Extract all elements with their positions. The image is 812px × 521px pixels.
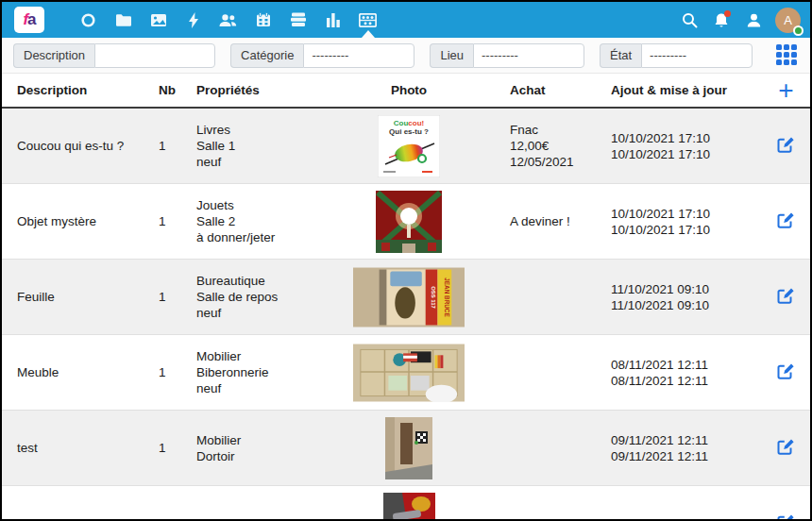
- svg-text:JEAN BRUCE: JEAN BRUCE: [444, 277, 450, 316]
- col-header-description: Description: [17, 83, 159, 97]
- item-photo-coucou[interactable]: Coucou! Qui es-tu ?: [378, 115, 440, 177]
- svg-text:Qui es-tu ?: Qui es-tu ?: [389, 127, 429, 136]
- description-filter-input[interactable]: [94, 43, 215, 68]
- row-proprietes: Bureautique Salle de repos neuf: [196, 273, 353, 321]
- row-proprietes: Mobilier Biberonnerie neuf: [196, 348, 353, 396]
- row-description: Coucou qui es-tu ?: [17, 139, 159, 153]
- row-nb: 1: [159, 290, 196, 304]
- row-dates: 11/10/2021 09:10 11/10/2021 09:10: [611, 281, 762, 313]
- row-achat: Fnac 12,00€ 12/05/2021: [510, 122, 611, 170]
- filter-bar: Description Catégorie --------- Lieu ---…: [2, 38, 810, 74]
- row-description: Feuille: [17, 290, 159, 304]
- row-dates: 09/11/2021 12:11 09/11/2021 12:11: [611, 432, 762, 464]
- table-row: Meuble 1 Mobilier Biberonnerie neuf 08/1…: [2, 335, 810, 411]
- edit-button[interactable]: [775, 285, 797, 310]
- svg-text:OSS 117: OSS 117: [431, 286, 436, 309]
- row-description: test: [17, 441, 159, 455]
- circle-icon[interactable]: [71, 2, 106, 38]
- edit-button[interactable]: [775, 134, 797, 159]
- user-icon[interactable]: [737, 2, 770, 38]
- item-photo-feuille[interactable]: OSS 117 JEAN BRUCE: [353, 267, 465, 328]
- table-row: test 1 Mobilier Dortoir 09/11/2021 12:11…: [2, 411, 810, 486]
- bar-chart-icon[interactable]: [315, 2, 350, 38]
- calendar-icon[interactable]: [245, 2, 280, 38]
- row-proprietes: Jouets Salle 2 à donner/jeter: [196, 197, 353, 245]
- categorie-select[interactable]: ---------: [303, 43, 414, 68]
- col-header-nb: Nb: [159, 83, 196, 97]
- col-header-photo: Photo: [353, 83, 465, 97]
- row-dates: 10/10/2021 17:10 10/10/2021 17:10: [611, 130, 762, 162]
- row-description: Meuble: [17, 365, 159, 379]
- categorie-filter-group: Catégorie ---------: [230, 43, 414, 68]
- item-photo-test[interactable]: [385, 417, 432, 479]
- topbar-right: A: [673, 2, 801, 38]
- categorie-filter-label: Catégorie: [230, 43, 303, 68]
- avatar-letter: A: [784, 13, 792, 27]
- description-filter-group: Description: [13, 43, 215, 68]
- edit-button[interactable]: [775, 436, 797, 461]
- row-dates: 08/11/2021 12:11 08/11/2021 12:11: [611, 357, 762, 389]
- row-nb: 1: [159, 139, 196, 153]
- table-row: Mobilier 09/11/2021 19:11: [2, 486, 810, 521]
- folder-icon[interactable]: [106, 2, 141, 38]
- lieu-select[interactable]: ---------: [473, 43, 584, 68]
- inventory-icon[interactable]: [350, 2, 385, 38]
- etat-filter-label: État: [600, 43, 641, 68]
- table-row: Feuille 1 Bureautique Salle de repos neu…: [2, 260, 810, 335]
- active-tab-caret: [362, 30, 375, 38]
- main-nav: [71, 2, 385, 38]
- row-nb: 1: [159, 214, 196, 228]
- users-icon[interactable]: [211, 2, 245, 38]
- grid-view-button[interactable]: [774, 43, 799, 68]
- table-header: Description Nb Propriétés Photo Achat Aj…: [2, 74, 810, 109]
- row-nb: 1: [159, 441, 196, 455]
- topbar: fa: [2, 2, 810, 38]
- row-proprietes: Mobilier Dortoir: [196, 432, 353, 464]
- row-dates: 09/11/2021 19:11: [611, 515, 762, 521]
- table-row: Objet mystère 1 Jouets Salle 2 à donner/…: [2, 184, 810, 260]
- bolt-icon[interactable]: [176, 2, 211, 38]
- row-proprietes: Mobilier: [196, 515, 353, 521]
- svg-text:Coucou!: Coucou!: [394, 119, 424, 127]
- row-achat: A deviner !: [510, 213, 611, 229]
- description-filter-label: Description: [13, 43, 94, 68]
- add-item-button[interactable]: +: [778, 81, 793, 100]
- item-photo-objet-mystere[interactable]: [376, 191, 442, 253]
- row-nb: 1: [159, 365, 196, 379]
- app-logo[interactable]: fa: [14, 7, 44, 33]
- etat-select[interactable]: ---------: [641, 43, 753, 68]
- online-status-dot: [793, 25, 804, 36]
- col-header-ajout: Ajout & mise à jour: [611, 83, 762, 97]
- avatar[interactable]: A: [775, 8, 801, 33]
- image-icon[interactable]: [141, 2, 176, 38]
- row-description: Objet mystère: [17, 214, 159, 228]
- col-header-proprietes: Propriétés: [196, 83, 353, 97]
- item-photo-meuble[interactable]: [353, 344, 465, 402]
- col-header-achat: Achat: [510, 83, 611, 97]
- edit-button[interactable]: [775, 210, 797, 234]
- table-row: Coucou qui es-tu ? 1 Livres Salle 1 neuf…: [2, 109, 810, 184]
- lieu-filter-group: Lieu ---------: [430, 43, 584, 68]
- lieu-filter-label: Lieu: [430, 43, 473, 68]
- etat-filter-group: État ---------: [600, 43, 753, 68]
- archive-icon[interactable]: [280, 2, 315, 38]
- edit-button[interactable]: [775, 361, 797, 385]
- edit-button[interactable]: [775, 512, 797, 521]
- row-dates: 10/10/2021 17:10 10/10/2021 17:10: [611, 206, 762, 238]
- bell-icon[interactable]: [705, 2, 737, 38]
- search-icon[interactable]: [673, 2, 705, 38]
- notification-dot: [724, 10, 731, 17]
- item-photo-partial[interactable]: [383, 493, 435, 521]
- row-proprietes: Livres Salle 1 neuf: [196, 122, 353, 170]
